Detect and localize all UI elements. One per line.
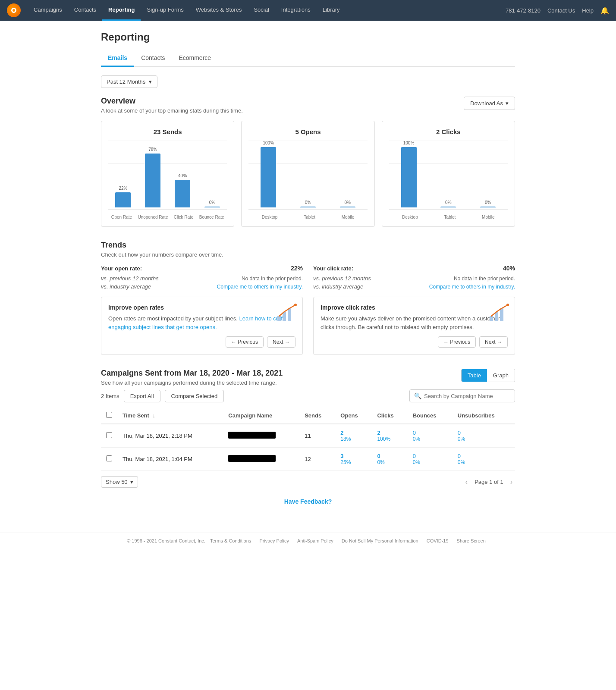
open-rate-col: Your open rate: 22% vs. previous 12 mont… — [101, 265, 303, 355]
bar-pct-label: 0% — [485, 200, 491, 205]
table-body: Thu, Mar 18, 2021, 2:18 PM 11 2 18% 2 1 — [101, 424, 515, 471]
sends-chart: 23 Sends 22% 78% 40% — [101, 121, 234, 227]
do-not-sell-link[interactable]: Do Not Sell My Personal Information — [342, 538, 418, 543]
terms-link[interactable]: Terms & Conditions — [210, 538, 251, 543]
bar-bottom-label: Desktop — [262, 215, 278, 220]
page-title: Reporting — [101, 31, 515, 43]
header-row: Time Sent ↓ Campaign Name Sends Opens Cl… — [101, 408, 515, 424]
select-all-checkbox[interactable] — [106, 412, 112, 418]
table-view-button[interactable]: Table — [462, 369, 487, 382]
nav-campaigns[interactable]: Campaigns — [28, 0, 68, 21]
tip-open-next-button[interactable]: Next → — [267, 336, 295, 348]
date-filter[interactable]: Past 12 Months ▾ — [101, 75, 157, 88]
nav-signup-forms[interactable]: Sign-up Forms — [141, 0, 189, 21]
next-page-button[interactable]: › — [508, 477, 515, 487]
opens-main: 2 — [340, 430, 367, 436]
bar-bottom-label: Desktop — [402, 215, 418, 220]
campaigns-title-block: Campaigns Sent from Mar 18, 2020 - Mar 1… — [101, 369, 283, 386]
bar-tablet: 0% — [440, 200, 456, 207]
bar — [440, 207, 456, 207]
bar-labels: Desktop Tablet Mobile — [389, 212, 508, 220]
tip-open-link[interactable]: Learn how to craft engaging subject line… — [108, 315, 284, 330]
compare-selected-button[interactable]: Compare Selected — [165, 390, 224, 402]
vs-previous-value: No data in the prior period. — [454, 276, 515, 282]
trends-grid: Your open rate: 22% vs. previous 12 mont… — [101, 265, 515, 355]
tip-click-prev-button[interactable]: ← Previous — [438, 336, 476, 348]
row-checkbox[interactable] — [106, 455, 112, 461]
bar-bottom-label: Mobile — [482, 215, 494, 220]
search-input[interactable] — [424, 393, 510, 399]
open-rate-vs-industry: vs. industry average Compare me to other… — [101, 283, 303, 290]
nav-contact-us[interactable]: Contact Us — [547, 7, 575, 14]
bar — [261, 147, 276, 207]
bar-tablet: 0% — [300, 200, 316, 207]
clicks-cell: 2 100% — [372, 424, 407, 448]
click-industry-compare-link[interactable]: Compare me to others in my industry. — [429, 284, 515, 290]
tip-open-nav: ← Previous Next → — [108, 336, 295, 348]
row-checkbox-cell — [101, 424, 117, 448]
campaign-name-header: Campaign Name — [223, 408, 299, 424]
sort-icon: ↓ — [153, 412, 156, 419]
campaign-name-blocked — [228, 432, 276, 439]
view-toggle: Table Graph — [461, 369, 515, 382]
pagination: ‹ Page 1 of 1 › — [463, 477, 515, 487]
nav-contacts[interactable]: Contacts — [68, 0, 102, 21]
bounces-pct: 0% — [413, 459, 447, 465]
clicks-main: 2 — [377, 430, 402, 436]
tab-ecommerce[interactable]: Ecommerce — [172, 50, 218, 67]
campaign-search-box[interactable]: 🔍 — [409, 389, 515, 402]
search-icon: 🔍 — [414, 392, 421, 399]
svg-rect-0 — [277, 316, 281, 321]
svg-point-3 — [294, 304, 297, 306]
industry-compare-link[interactable]: Compare me to others in my industry. — [217, 284, 303, 290]
clicks-chart: 2 Clicks 100% 0% 0% — [382, 121, 515, 227]
show-select[interactable]: Show 50 ▾ — [101, 476, 138, 488]
open-rate-row: Your open rate: 22% — [101, 265, 303, 272]
unsubs-cell: 0 0% — [453, 448, 515, 471]
tab-emails[interactable]: Emails — [101, 50, 134, 67]
campaigns-subtitle: See how all your campaigns performed dur… — [101, 380, 283, 386]
bell-icon[interactable]: 🔔 — [600, 6, 609, 15]
covid-link[interactable]: COVID-19 — [427, 538, 449, 543]
unsubs-main: 0 — [458, 430, 510, 436]
unsubs-pct: 0% — [458, 459, 510, 465]
bar — [300, 207, 316, 207]
svg-rect-6 — [500, 308, 503, 321]
export-all-button[interactable]: Export All — [124, 390, 160, 402]
logo[interactable] — [7, 3, 21, 17]
show-label: Show 50 — [106, 479, 128, 485]
open-rate-tip-card: Improve open rates Open rates are most i… — [101, 297, 303, 355]
tip-click-next-button[interactable]: Next → — [479, 336, 508, 348]
nav-integrations[interactable]: Integrations — [275, 0, 317, 21]
clicks-pct: 0% — [377, 459, 402, 465]
trends-section: Trends Check out how your numbers compar… — [101, 241, 515, 355]
graph-view-button[interactable]: Graph — [487, 369, 515, 382]
privacy-link[interactable]: Privacy Policy — [259, 538, 289, 543]
row-checkbox[interactable] — [106, 432, 112, 438]
feedback-link[interactable]: Have Feedback? — [284, 498, 332, 505]
nav-social[interactable]: Social — [248, 0, 275, 21]
opens-cell: 2 18% — [335, 424, 372, 448]
tip-open-prev-button[interactable]: ← Previous — [226, 336, 264, 348]
clicks-cell: 0 0% — [372, 448, 407, 471]
nav-right: 781-472-8120 Contact Us Help 🔔 — [506, 6, 609, 15]
prev-page-button[interactable]: ‹ — [463, 477, 470, 487]
bar — [401, 147, 417, 207]
logo-inner — [11, 8, 16, 13]
tab-contacts[interactable]: Contacts — [134, 50, 172, 67]
bounces-main: 0 — [413, 430, 447, 436]
download-as-button[interactable]: Download As ▾ — [464, 97, 515, 110]
campaign-name-cell — [223, 448, 299, 471]
bar-labels: Desktop Tablet Mobile — [248, 212, 367, 220]
nav-help[interactable]: Help — [582, 7, 594, 14]
bar-bottom-label: Click Rate — [174, 215, 194, 220]
share-screen-link[interactable]: Share Screen — [457, 538, 486, 543]
nav-websites-stores[interactable]: Websites & Stores — [190, 0, 248, 21]
nav-library[interactable]: Library — [317, 0, 346, 21]
nav-reporting[interactable]: Reporting — [102, 0, 141, 21]
tip-chart-icon — [277, 302, 297, 323]
anti-spam-link[interactable]: Anti-Spam Policy — [297, 538, 333, 543]
bar-pct-label: 0% — [209, 200, 215, 205]
click-rate-vs-previous: vs. previous 12 months No data in the pr… — [313, 275, 515, 282]
bar-pct-label: 0% — [305, 200, 311, 205]
